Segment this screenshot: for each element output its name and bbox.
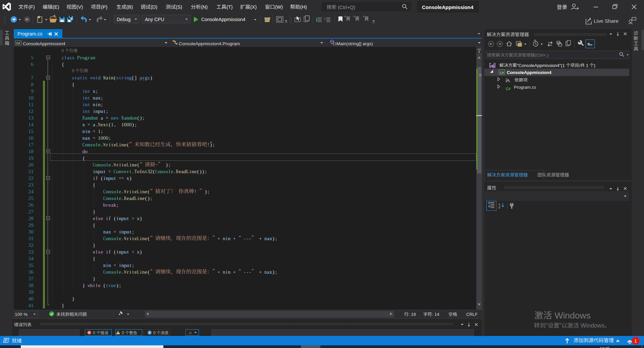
svg-text:in: in xyxy=(96,101,101,107)
svg-text:int: int xyxy=(83,101,90,107)
svg-text:m: m xyxy=(103,229,106,234)
svg-text:.: . xyxy=(132,168,134,174)
svg-text:38: 38 xyxy=(29,282,34,288)
svg-text:ine: ine xyxy=(130,162,137,167)
svg-text:Main(string[] args): Main(string[] args) xyxy=(336,41,373,46)
svg-text:): ) xyxy=(594,63,595,68)
svg-text:31: 31 xyxy=(29,235,34,241)
svg-text:static: static xyxy=(72,75,87,80)
svg-text:23: 23 xyxy=(29,182,34,188)
svg-text:void: void xyxy=(90,75,101,80)
svg-text:in: in xyxy=(86,128,90,134)
svg-text:;: ; xyxy=(109,135,110,141)
svg-text:ain: ain xyxy=(106,75,114,80)
svg-text:ConsoleAppmission4: ConsoleAppmission4 xyxy=(422,4,474,10)
svg-text:7: 7 xyxy=(31,75,34,80)
svg-text:input: input xyxy=(93,108,105,114)
svg-text:12: 12 xyxy=(29,108,34,114)
svg-text:m: m xyxy=(93,55,95,60)
svg-text:<: < xyxy=(132,249,134,255)
svg-text:N: N xyxy=(98,122,100,127)
svg-text:m: m xyxy=(103,262,106,268)
svg-text:26: 26 xyxy=(29,202,34,208)
svg-text:18: 18 xyxy=(29,148,34,154)
svg-text:C#: C# xyxy=(16,41,20,45)
svg-text:);: ); xyxy=(132,122,136,128)
svg-text:~: ~ xyxy=(155,162,158,167)
svg-text:!: ! xyxy=(195,189,196,194)
svg-text:}: } xyxy=(93,209,95,214)
svg-text:}: } xyxy=(93,276,95,281)
svg-text:T: T xyxy=(135,168,137,174)
svg-text:W: W xyxy=(114,162,116,167)
svg-text:rite: rite xyxy=(117,162,126,167)
svg-text:C#: C# xyxy=(506,87,511,91)
svg-text:{: { xyxy=(83,155,85,161)
svg-text:+: + xyxy=(259,269,262,275)
svg-text:.: . xyxy=(101,142,103,147)
svg-text:x: x xyxy=(137,215,140,221)
svg-text:m: m xyxy=(95,115,98,121)
svg-text:Windows: Windows xyxy=(581,322,604,329)
svg-text:+: + xyxy=(259,235,262,241)
svg-text:36: 36 xyxy=(29,269,34,275)
svg-text:(: ( xyxy=(148,269,150,275)
svg-text:a: a xyxy=(93,122,95,127)
svg-text:21: 21 xyxy=(29,168,34,174)
svg-text:x: x xyxy=(137,249,140,255)
svg-text:onsole: onsole xyxy=(106,195,121,201)
svg-text:onsole: onsole xyxy=(158,168,173,174)
svg-text:"ConsoleAppmission4"(1: "ConsoleAppmission4"(1 xyxy=(517,63,565,68)
svg-text:onsole: onsole xyxy=(106,189,121,194)
svg-text:args: args xyxy=(140,75,150,80)
svg-text:(: ( xyxy=(114,75,116,81)
svg-text:“: “ xyxy=(546,322,548,329)
svg-text:ead: ead xyxy=(127,195,135,201)
svg-text:rite: rite xyxy=(127,269,137,275)
svg-text:if: if xyxy=(106,249,111,255)
svg-text:Debug: Debug xyxy=(117,17,130,22)
svg-text:L: L xyxy=(116,142,118,147)
svg-text:m: m xyxy=(83,128,85,134)
svg-text:.: . xyxy=(122,189,123,194)
svg-text:20: 20 xyxy=(29,162,34,167)
svg-text:());: ()); xyxy=(197,168,207,175)
svg-text:ConsoleAppmission4.Program: ConsoleAppmission4.Program xyxy=(179,41,240,46)
svg-text:=: = xyxy=(106,115,108,121)
svg-text:28: 28 xyxy=(29,215,34,221)
svg-text:?: ? xyxy=(324,18,326,21)
svg-text:ax: ax xyxy=(267,235,272,241)
svg-text:x: x xyxy=(126,175,129,181)
svg-text:P: P xyxy=(77,55,79,60)
svg-text:(Ctrl+;): (Ctrl+;) xyxy=(535,53,548,58)
svg-text:rite: rite xyxy=(127,189,137,194)
svg-text:}: } xyxy=(83,282,85,288)
svg-text:onsole: onsole xyxy=(85,142,100,147)
svg-text:24: 24 xyxy=(29,189,34,194)
svg-text:Z: Z xyxy=(498,206,500,209)
svg-text:Program.cs: Program.cs xyxy=(514,85,536,90)
svg-text:---: --- xyxy=(244,235,251,241)
svg-text:x!: x! xyxy=(189,331,192,335)
svg-text:CRLF: CRLF xyxy=(466,312,478,317)
svg-text:L: L xyxy=(126,162,129,167)
svg-text:: 14: : 14 xyxy=(432,312,439,317)
svg-text:”: ” xyxy=(559,322,561,329)
svg-text:);: ); xyxy=(205,189,209,195)
svg-text:ine: ine xyxy=(140,235,147,241)
svg-text:W: W xyxy=(124,189,126,194)
svg-text:ConsoleAppmission4: ConsoleAppmission4 xyxy=(23,41,65,46)
svg-text:ext: ext xyxy=(101,122,108,127)
svg-text:+: + xyxy=(233,235,235,241)
svg-text:;: ; xyxy=(101,95,102,100)
svg-text:R: R xyxy=(176,168,179,174)
svg-text:39: 39 xyxy=(29,289,34,295)
svg-text:string: string xyxy=(116,75,132,80)
svg-text:0: 0 xyxy=(72,69,74,73)
svg-text:=: = xyxy=(114,229,116,234)
svg-text:ine: ine xyxy=(138,195,145,201)
svg-text:: 19: : 19 xyxy=(409,312,416,317)
svg-text:12:25: 12:25 xyxy=(600,346,610,348)
svg-text:1: 1 xyxy=(634,338,637,344)
svg-text:>: > xyxy=(132,215,134,221)
